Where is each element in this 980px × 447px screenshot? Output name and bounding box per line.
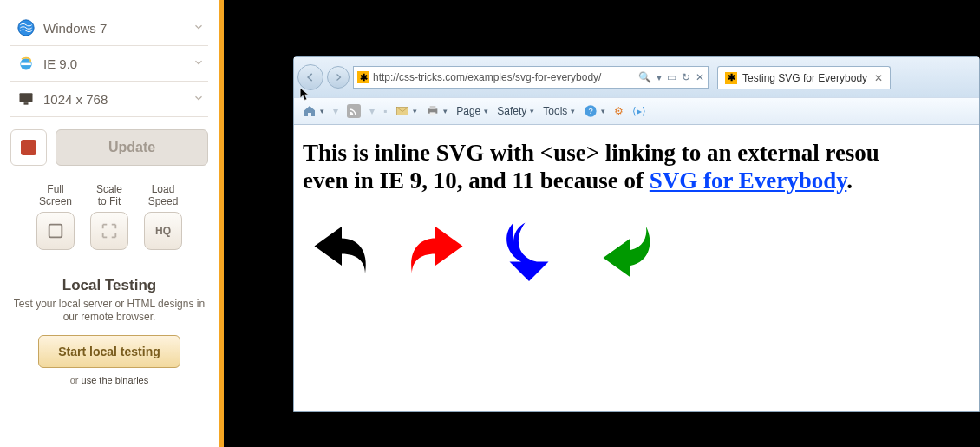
svg-rect-2 xyxy=(20,93,33,102)
heading-line2: even in IE 9, 10, and 11 because of xyxy=(303,168,650,194)
scale-tool[interactable]: Scale to Fit xyxy=(90,183,128,250)
svg-everybody-link[interactable]: SVG for Everybody xyxy=(650,168,847,194)
fullscreen-icon xyxy=(36,212,75,250)
ie-window: ✱ 🔍▾ ▭ ↻ ✕ ✱ Testing SVG for Everybody ✕ xyxy=(293,56,980,412)
close-tab-icon[interactable]: ✕ xyxy=(874,72,883,84)
control-sidebar: Windows 7 IE 9.0 1024 x 768 Update Full … xyxy=(0,0,224,447)
monitor-icon xyxy=(14,90,38,108)
fullscreen-tool[interactable]: Full Screen xyxy=(36,183,75,250)
local-testing-title: Local Testing xyxy=(10,277,208,294)
speed-badge: HQ xyxy=(144,212,182,250)
svg-rect-4 xyxy=(49,224,62,237)
feeds-icon[interactable] xyxy=(347,104,361,118)
svg-text:?: ? xyxy=(589,107,593,115)
binaries-link[interactable]: use the binaries xyxy=(82,375,149,385)
page-heading: This is inline SVG with <use> linking to… xyxy=(303,139,970,195)
site-icon: ✱ xyxy=(357,71,369,83)
svg-point-6 xyxy=(350,113,352,115)
os-label: Windows 7 xyxy=(38,21,193,36)
print-icon[interactable] xyxy=(426,104,448,118)
windows-icon xyxy=(14,19,38,36)
resolution-selector[interactable]: 1024 x 768 xyxy=(10,82,208,117)
ie-command-bar: ▾ ▾ ▪ Page Safety Tools ? ⚙ ⟨▸⟩ xyxy=(294,97,979,125)
fullscreen-label: Full Screen xyxy=(39,183,72,208)
tab-title: Testing SVG for Everybody xyxy=(742,72,867,84)
tools-menu[interactable]: Tools xyxy=(543,105,575,117)
os-selector[interactable]: Windows 7 xyxy=(10,10,208,46)
remote-browser-viewport: ✱ 🔍▾ ▭ ↻ ✕ ✱ Testing SVG for Everybody ✕ xyxy=(224,0,980,447)
stop-button[interactable] xyxy=(10,129,47,166)
stop-icon[interactable]: ✕ xyxy=(696,71,704,83)
arrow-back-icon xyxy=(584,211,662,289)
arrow-demo xyxy=(303,211,970,289)
svg-rect-10 xyxy=(430,112,436,115)
tab-strip: ✱ Testing SVG for Everybody ✕ xyxy=(712,64,891,90)
scale-icon xyxy=(90,212,128,250)
browser-selector[interactable]: IE 9.0 xyxy=(10,46,208,82)
page-menu[interactable]: Page xyxy=(456,105,488,117)
url-input[interactable] xyxy=(373,71,635,83)
chevron-down-icon xyxy=(193,56,205,71)
home-icon[interactable] xyxy=(303,104,324,118)
heading-period: . xyxy=(846,168,853,194)
chevron-down-icon xyxy=(193,92,205,107)
devtools-icon[interactable]: ⚙ xyxy=(614,105,624,117)
compat-icon[interactable]: ▭ xyxy=(667,71,676,83)
url-tools: 🔍▾ ▭ ↻ ✕ xyxy=(638,71,704,83)
ie-icon xyxy=(14,55,38,72)
mail-icon[interactable] xyxy=(395,104,417,118)
stop-icon xyxy=(21,140,36,155)
safety-menu[interactable]: Safety xyxy=(497,105,534,117)
search-icon[interactable]: 🔍 xyxy=(638,71,651,83)
resolution-label: 1024 x 768 xyxy=(38,92,193,107)
page-content: This is inline SVG with <use> linking to… xyxy=(294,125,979,411)
select-icon[interactable]: ⟨▸⟩ xyxy=(632,105,646,117)
divider xyxy=(75,266,144,266)
arrow-redo-icon xyxy=(396,211,474,289)
help-icon[interactable]: ? xyxy=(584,104,605,118)
tab-favicon: ✱ xyxy=(725,72,737,84)
forward-button[interactable] xyxy=(327,66,350,89)
ie-titlebar: ✱ 🔍▾ ▭ ↻ ✕ ✱ Testing SVG for Everybody ✕ xyxy=(294,57,979,97)
speed-tool[interactable]: Load Speed HQ xyxy=(144,183,182,250)
address-bar[interactable]: ✱ 🔍▾ ▭ ↻ ✕ xyxy=(353,66,709,89)
binaries-line: or use the binaries xyxy=(10,375,208,385)
svg-rect-9 xyxy=(430,106,436,109)
start-local-button[interactable]: Start local testing xyxy=(38,335,180,368)
speed-label: Load Speed xyxy=(148,183,179,208)
scale-label: Scale to Fit xyxy=(96,183,122,208)
arrow-down-icon xyxy=(490,211,568,289)
refresh-icon[interactable]: ↻ xyxy=(682,71,690,83)
cursor-icon xyxy=(299,87,311,102)
update-button[interactable]: Update xyxy=(56,129,208,166)
svg-rect-3 xyxy=(24,102,29,105)
heading-line1: This is inline SVG with <use> linking to… xyxy=(303,140,879,166)
browser-label: IE 9.0 xyxy=(38,56,193,71)
chevron-down-icon xyxy=(193,21,205,36)
local-testing-desc: Test your local server or HTML designs i… xyxy=(10,298,208,325)
binaries-prefix: or xyxy=(70,375,82,385)
browser-tab[interactable]: ✱ Testing SVG for Everybody ✕ xyxy=(717,66,891,89)
arrow-undo-icon xyxy=(303,211,381,289)
